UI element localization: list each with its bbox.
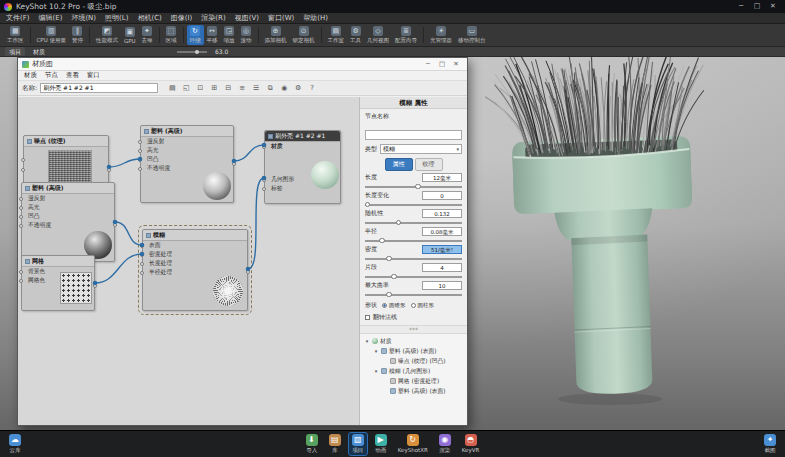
tool-tumble[interactable]: ↻环绕: [187, 25, 204, 45]
expander-icon[interactable]: ▾: [373, 368, 379, 374]
slider-handle[interactable]: [391, 274, 397, 280]
menu-item-render[interactable]: 渲染(R): [201, 13, 225, 23]
maximize-button[interactable]: □: [749, 0, 765, 13]
menu-item-image[interactable]: 图像(I): [171, 13, 193, 23]
node-fuzz[interactable]: 模糊表面密度处理长度处理半径处理: [142, 229, 248, 311]
tree-item[interactable]: 网格 (密度处理): [360, 376, 467, 386]
tree-item[interactable]: ▾材质: [360, 336, 467, 346]
tool-dolly[interactable]: ◲缩放: [221, 25, 238, 45]
param-density-slider[interactable]: [365, 255, 462, 262]
slider-knob[interactable]: [195, 50, 199, 54]
output-port[interactable]: [93, 284, 97, 288]
tool-lock-camera[interactable]: ⊙锁定相机: [290, 25, 318, 45]
param-length-variation-slider[interactable]: [365, 201, 462, 208]
menu-item-window[interactable]: 窗口(W): [268, 13, 294, 23]
param-max-curvature-value[interactable]: 10: [422, 281, 462, 290]
param-max-curvature-slider[interactable]: [365, 291, 462, 298]
library-icon[interactable]: ▤: [167, 84, 177, 92]
input-port[interactable]: [21, 168, 25, 172]
prop-tab-properties[interactable]: 属性: [385, 158, 413, 171]
mg-minimize-button[interactable]: ─: [421, 60, 435, 68]
input-port[interactable]: [19, 279, 23, 283]
input-port[interactable]: [138, 158, 142, 162]
input-port[interactable]: [21, 158, 25, 162]
mg-menu-window[interactable]: 窗口: [87, 71, 100, 80]
close-button[interactable]: ✕: [765, 0, 781, 13]
slider-handle[interactable]: [396, 220, 402, 226]
expander-icon[interactable]: ▾: [364, 338, 370, 344]
align-horizontal-icon[interactable]: ≡: [237, 84, 247, 92]
menu-item-edit[interactable]: 编辑(E): [39, 13, 63, 23]
mg-menu-node[interactable]: 节点: [45, 71, 58, 80]
param-radius-slider[interactable]: [365, 237, 462, 244]
input-port[interactable]: [140, 271, 144, 275]
mg-maximize-button[interactable]: □: [435, 60, 449, 68]
input-port[interactable]: [140, 262, 144, 266]
tool-cpu-usage[interactable]: ▥CPU 使用量: [34, 25, 69, 45]
node-canvas[interactable]: 噪点 (纹理)塑料 (高级)漫反射高光凹凸不透明度刷外壳 #1 #2 #1材质几…: [18, 97, 360, 425]
input-port[interactable]: [19, 270, 23, 274]
tree-item[interactable]: 塑料 (高级) (表面): [360, 386, 467, 396]
menu-item-file[interactable]: 文件(F): [6, 13, 30, 23]
tool-region[interactable]: ⬚区域: [163, 25, 180, 45]
performance-slider[interactable]: [177, 49, 207, 54]
subtab-project[interactable]: 项目: [5, 47, 25, 56]
flip-normals-checkbox[interactable]: [365, 315, 370, 320]
tool-console[interactable]: ▭移动控制台: [455, 25, 489, 45]
material-graph-titlebar[interactable]: 材质图 ─ □ ✕: [18, 58, 467, 71]
slider-handle[interactable]: [386, 256, 392, 262]
param-length-value[interactable]: 12毫米: [422, 173, 462, 182]
zoom-out-icon[interactable]: ⊟: [223, 84, 233, 92]
subtab-material[interactable]: 材质: [29, 47, 49, 56]
dock-render[interactable]: ◉渲染: [436, 433, 454, 455]
menu-item-lighting[interactable]: 照明(L): [105, 13, 128, 23]
input-port[interactable]: [262, 178, 266, 182]
material-name-input[interactable]: [40, 83, 158, 93]
param-radius-value[interactable]: 0.08毫米: [422, 227, 462, 236]
zoom-actual-icon[interactable]: ⊡: [195, 84, 205, 92]
output-port[interactable]: [113, 223, 117, 227]
tool-gpu[interactable]: ▣GPU: [121, 26, 139, 45]
input-port[interactable]: [19, 215, 23, 219]
mg-menu-view[interactable]: 查看: [66, 71, 79, 80]
tool-studios[interactable]: ▤工作室: [325, 25, 348, 45]
zoom-in-icon[interactable]: ⊞: [209, 84, 219, 92]
shape-option-cylinder[interactable]: 圆柱形: [411, 302, 435, 309]
output-port[interactable]: [246, 270, 250, 274]
param-segments-value[interactable]: 4: [422, 263, 462, 272]
node-name-input[interactable]: [365, 130, 462, 140]
tool-add-camera[interactable]: ⊕添加相机: [262, 25, 290, 45]
mg-menu-material[interactable]: 材质: [24, 71, 37, 80]
param-randomness-value[interactable]: 0.132: [422, 209, 462, 218]
expander-icon[interactable]: ▾: [373, 348, 379, 354]
node-plastic-advanced-top[interactable]: 塑料 (高级)漫反射高光凹凸不透明度: [140, 125, 234, 203]
settings-icon[interactable]: ⚙: [293, 84, 303, 92]
dock-animation[interactable]: ▶动画: [372, 433, 390, 455]
tool-performance-mode[interactable]: ◩性能模式: [93, 25, 121, 45]
dock-keyvr[interactable]: ◓KeyVR: [459, 433, 483, 455]
dock-screenshot[interactable]: ✦截图: [761, 433, 779, 455]
shape-option-cone[interactable]: 圆锥形: [382, 302, 406, 309]
mg-close-button[interactable]: ✕: [449, 60, 463, 68]
tool-twist[interactable]: ◎滚动: [238, 25, 255, 45]
align-vertical-icon[interactable]: ☰: [251, 84, 261, 92]
snap-grid-icon[interactable]: ⧉: [265, 84, 275, 92]
slider-handle[interactable]: [415, 184, 421, 190]
param-density-value[interactable]: 51/毫米²: [422, 245, 462, 254]
input-port[interactable]: [19, 224, 23, 228]
tool-pause[interactable]: ∥暂停: [69, 25, 86, 45]
fit-view-icon[interactable]: ◱: [181, 84, 191, 92]
tree-item[interactable]: ▾模糊 (几何图形): [360, 366, 467, 376]
param-randomness-slider[interactable]: [365, 219, 462, 226]
menu-item-environment[interactable]: 环境(N): [71, 13, 96, 23]
node-mesh[interactable]: 网格背景色网格色: [21, 255, 95, 311]
input-port[interactable]: [138, 167, 142, 171]
output-port[interactable]: [232, 162, 236, 166]
prop-tab-textures[interactable]: 纹理: [415, 158, 443, 171]
tree-item[interactable]: 噪点 (纹理) (凹凸): [360, 356, 467, 366]
tool-configurator-wizard[interactable]: ≣配置向导: [392, 25, 420, 45]
param-segments-slider[interactable]: [365, 273, 462, 280]
menu-item-view[interactable]: 视图(V): [235, 13, 259, 23]
input-port[interactable]: [140, 253, 144, 257]
output-port[interactable]: [107, 168, 111, 172]
